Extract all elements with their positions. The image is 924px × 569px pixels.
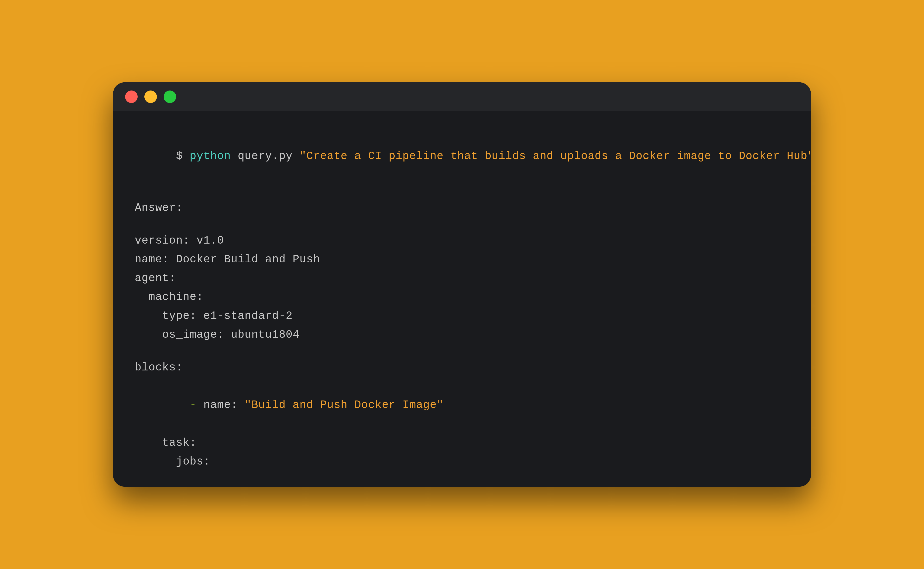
code-machine: machine:: [135, 288, 789, 306]
code-job-name: - name: "Docker Build and Push": [135, 471, 789, 487]
code-agent: agent:: [135, 269, 789, 288]
code-type: type: e1-standard-2: [135, 307, 789, 326]
code-blocks: blocks:: [135, 358, 789, 377]
terminal-content: $ python query.py "Create a CI pipeline …: [113, 111, 811, 487]
minimize-button[interactable]: [144, 90, 157, 103]
spacer-3: [135, 344, 789, 358]
window-buttons: [125, 90, 176, 103]
title-bar: [113, 82, 811, 111]
spacer-2: [135, 218, 789, 231]
code-task: task:: [135, 434, 789, 452]
query-string: "Create a CI pipeline that builds and up…: [299, 150, 811, 163]
script-name: query.py: [231, 150, 299, 163]
dollar-sign: $: [176, 150, 190, 163]
maximize-button[interactable]: [164, 90, 176, 103]
code-version: version: v1.0: [135, 231, 789, 250]
code-jobs: jobs:: [135, 452, 789, 471]
block-name-key: name:: [203, 399, 245, 411]
spacer-1: [135, 185, 789, 199]
block-dash: [176, 399, 190, 411]
code-os-image: os_image: ubuntu1804: [135, 326, 789, 344]
answer-label: Answer:: [135, 199, 789, 218]
terminal-window: $ python query.py "Create a CI pipeline …: [113, 82, 811, 487]
python-command: python: [190, 150, 231, 163]
block-dash-char: -: [190, 399, 203, 411]
prompt-line: $ python query.py "Create a CI pipeline …: [135, 128, 789, 185]
block-name-val: "Build and Push Docker Image": [245, 399, 444, 411]
code-name: name: Docker Build and Push: [135, 250, 789, 269]
code-block-name: - name: "Build and Push Docker Image": [135, 377, 789, 434]
close-button[interactable]: [125, 90, 138, 103]
